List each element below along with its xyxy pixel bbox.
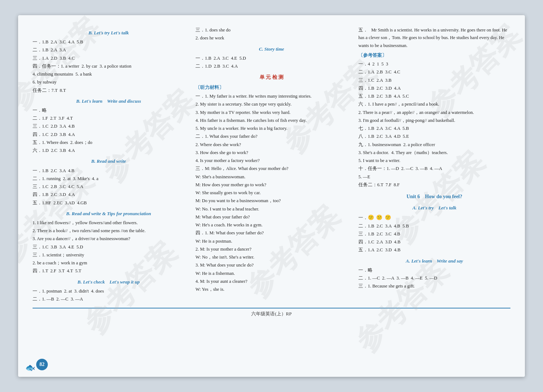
ans-line: 二．1.D 2.B 3.C 4.A bbox=[195, 63, 348, 70]
listen-material-title: 〔听力材料〕 bbox=[195, 84, 348, 91]
ans-line: W: He's a coach. He works in a gym. bbox=[195, 221, 348, 229]
ans-line: 一．略 bbox=[33, 107, 185, 114]
ans-line: 二．1.B 2.A 3.A bbox=[33, 46, 185, 54]
ans-line: M: Do you want to be a businesswoman，too… bbox=[195, 197, 348, 205]
ans-line: 5. —E bbox=[358, 173, 510, 181]
ans-line: 2. M: Is your mother a dancer? bbox=[195, 246, 348, 253]
ans-line: 五．1. Where does 2. does；do bbox=[33, 139, 185, 146]
unit-test-title: 单 元 检 测 bbox=[195, 73, 348, 82]
ans-line: 二．1. What does your father do? bbox=[195, 133, 348, 140]
ans-line: 二．1. —B 2. —C 3. —A bbox=[33, 295, 185, 303]
section-lets-learn-title: B. Let's learn Write and discuss bbox=[33, 97, 185, 105]
ans-line: 二．1.A 2.B 3.C 4.C bbox=[358, 68, 510, 76]
ans-line: W: She's a businesswoman. bbox=[195, 173, 348, 181]
ans-line: 四．1. M: What does your father do? bbox=[195, 229, 348, 237]
ans-line: 七．1.B 2.A 3.C 4.A 5.B bbox=[358, 125, 510, 132]
ans-line: 4. M: Is your aunt a cleaner? bbox=[195, 278, 348, 285]
ans-line: 六．1. I have a pen//，a pencil//and a book… bbox=[358, 101, 510, 108]
main-content: B. Let's try Let's talk 一．1.B 2.A 3.C 4.… bbox=[33, 26, 510, 303]
section-read-write-title: B. Read and write bbox=[33, 157, 185, 165]
section-story-title: C. Story time bbox=[195, 45, 348, 53]
ans-line: 五．1.B 2.C 3.B 4.A 5.C bbox=[358, 93, 510, 100]
ans-line: 6. by subway bbox=[33, 78, 185, 86]
ans-line: W: No，she isn't. She's a writer. bbox=[195, 253, 348, 261]
ans-line: 六．1.D 2.C 3.B 4.A bbox=[33, 147, 185, 154]
ans-line: M: How does your mother go to work? bbox=[195, 181, 348, 189]
ans-line: 二．1. running 2. at 3. Mike's 4. a bbox=[33, 175, 185, 183]
ans-line: 3. I'm good at football//，ping-pong// an… bbox=[358, 117, 510, 124]
ans-line: 3. Are you a dancer//，a driver//or a bus… bbox=[33, 235, 185, 243]
section-lets-try-title: B. Let's try Let's talk bbox=[33, 29, 185, 37]
ans-line: 1. I like red flowers//，yellow flowers//… bbox=[33, 219, 185, 227]
ans-line: 2. There is a book//，two rulers//and som… bbox=[33, 227, 185, 235]
ans-line: 二．1.B 2.C 3.A 4.B 5.B bbox=[358, 222, 510, 230]
ans-line: 一．1. My father is a writer. He writes ma… bbox=[195, 93, 348, 100]
ans-line: 三．1. does she do bbox=[195, 26, 348, 34]
ans-line: 三．1. scientist；university bbox=[33, 251, 185, 259]
ans-line: 九．1. businesswoman 2. a police officer bbox=[358, 141, 510, 149]
ans-line: 4. climbing mountains 5. a bank bbox=[33, 71, 185, 78]
ans-line: 五． Mr Smith is a scientist. He works in … bbox=[358, 26, 510, 50]
ans-line: 2. does he work bbox=[195, 34, 348, 42]
column-1: B. Let's try Let's talk 一．1.B 2.A 3.C 4.… bbox=[33, 26, 185, 303]
ans-line: 五．1.HF 2.EC 3.AD 4.GB bbox=[33, 199, 185, 207]
section-tips-title: B. Read and write & Tips for pronunciati… bbox=[33, 210, 185, 218]
ans-line: 三．1.C 3.B 3.A 4.E 5.D bbox=[33, 243, 185, 251]
bottom-bar: 六年级英语(上）RP bbox=[33, 308, 510, 317]
ans-line: 四．任务一：1. a writer 2. by car 3. a police … bbox=[33, 63, 185, 70]
ans-line: 2. Where does she work? bbox=[195, 141, 348, 149]
ans-line: 一．1.B 2.C 3.A 4.B bbox=[33, 167, 185, 175]
ans-line: 任务二：7.T 8.T bbox=[33, 87, 185, 94]
ans-line: 三．1.A 2.D 3.B 4.C bbox=[33, 55, 185, 62]
unit6-title: Unit 6 How do you feel? bbox=[358, 192, 510, 201]
ans-line: 三．1.C 2.A 3.B bbox=[358, 77, 510, 84]
ans-line: W: Yes，she is. bbox=[195, 286, 348, 293]
bottom-text: 六年级英语(上）RP bbox=[251, 311, 291, 316]
ans-line: 3. How does she go to work? bbox=[195, 149, 348, 157]
ans-line: 2. be a coach；work in a gym bbox=[33, 259, 185, 267]
unit6-lets-try-title: A. Let's try Let's talk bbox=[358, 204, 510, 212]
ans-line: 三．M: Hello，Alice. What does your mother … bbox=[195, 165, 348, 172]
ans-line: 四．1.C 2.D 3.B 4.A bbox=[33, 131, 185, 139]
ans-line: 八．1.B 2.C 3.A 4.D 5.E bbox=[358, 133, 510, 140]
ans-line: M: What does your father do? bbox=[195, 213, 348, 221]
page-container: 参考答案 参考答案 参考答案 参考答案 参考答案 参考答案 参考答案 参考答案 … bbox=[18, 15, 525, 377]
ans-line: W: He is a fisherman. bbox=[195, 270, 348, 277]
column-2: 三．1. does she do 2. does he work C. Stor… bbox=[195, 26, 348, 303]
ans-line: 五．1.A 2.C 3.D 4.B bbox=[358, 246, 510, 254]
ans-line: 十．任务一：1. —D 2. —C 3. —B 4. —A bbox=[358, 165, 510, 172]
ans-line: 二．1.F 2.T 3.F 4.T bbox=[33, 115, 185, 122]
ans-line: 3. She's a doctor. 4. They are（maths）tea… bbox=[358, 149, 510, 157]
ans-line: W: She usually goes to work by car. bbox=[195, 189, 348, 197]
ans-line: 4. Is your mother a factory worker? bbox=[195, 157, 348, 165]
ans-line: 三．1. Because she gets a gift. bbox=[358, 282, 510, 290]
column-3: 五． Mr Smith is a scientist. He works in … bbox=[358, 26, 510, 303]
ans-line: 3. My mother is a TV reporter. She works… bbox=[195, 109, 348, 116]
ans-line: 二．1. —C 2. —A 3. —B 4. —E 5. —D bbox=[358, 274, 510, 282]
fish-icon: 🐟 bbox=[25, 363, 35, 372]
ans-line: 4. His father is a fisherman. He catches… bbox=[195, 117, 348, 124]
ans-line: 5. I want to be a writer. bbox=[358, 157, 510, 165]
ans-line: 一．😕 😕 😕 bbox=[358, 213, 510, 222]
ans-line: 三．1.C 2.D 3.A 4.B bbox=[33, 123, 185, 130]
ans-line: 一．1. postman 2. at 3. didn't 4. does bbox=[33, 287, 185, 295]
ans-line: 四．1.C 2.A 3.D 4.B bbox=[358, 238, 510, 246]
ans-line: 5. My uncle is a worker. He works in a b… bbox=[195, 125, 348, 132]
unit6-lets-learn-title: A. Let's learn Write and say bbox=[358, 257, 510, 265]
section-check-title: B. Let's check Let's wrap it up bbox=[33, 278, 185, 286]
ans-line: 一．略 bbox=[358, 267, 510, 274]
ans-line: 三．1.C 2.B 3.C 4.C 5.A bbox=[33, 183, 185, 191]
page-number: 82 bbox=[36, 359, 48, 370]
ref-answer-title: 〔参考答案〕 bbox=[358, 52, 510, 59]
ans-line: 一．1.B 2.A 3.C 4.E 5.D bbox=[195, 55, 348, 62]
ans-line: 四．1.B 2.C 3.D 4.A bbox=[358, 85, 510, 92]
ans-line: W: He is a postman. bbox=[195, 238, 348, 245]
ans-line: 三．1.B 2.C 3.C 4.B bbox=[358, 230, 510, 238]
ans-line: 四．1.B 2.C 3.D 4.A bbox=[33, 191, 185, 199]
ans-line: 3. M: What does your uncle do? bbox=[195, 261, 348, 269]
ans-line: W: No. I want to be a head teacher. bbox=[195, 205, 348, 213]
ans-line: 任务二：6.T 7.F 8.F bbox=[358, 181, 510, 189]
ans-line: 一．1.B 2.A 3.C 4.A 5.B bbox=[33, 38, 185, 46]
ans-line: 一．4 2 1 5 3 bbox=[358, 60, 510, 68]
ans-line: 2. My sister is a secretary. She can typ… bbox=[195, 101, 348, 108]
